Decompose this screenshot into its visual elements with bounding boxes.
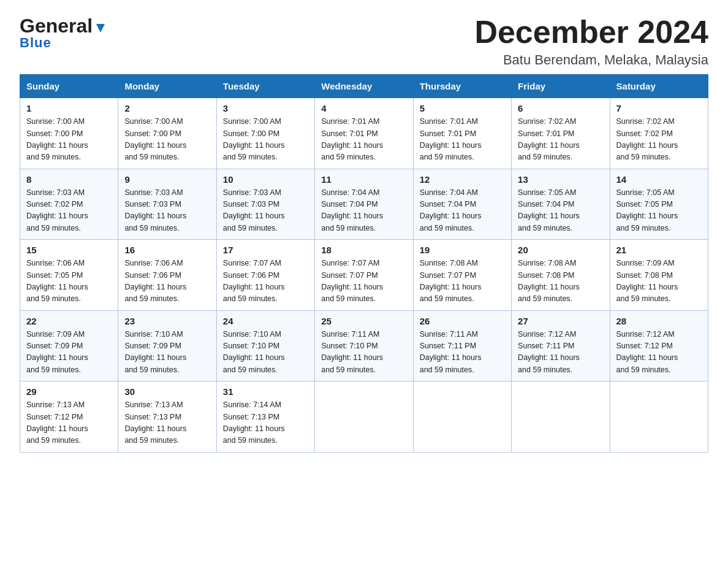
- col-header-monday: Monday: [118, 75, 216, 98]
- day-cell: 14Sunrise: 7:05 AMSunset: 7:05 PMDayligh…: [610, 169, 708, 240]
- day-cell: 10Sunrise: 7:03 AMSunset: 7:03 PMDayligh…: [216, 169, 314, 240]
- day-number: 12: [420, 174, 506, 185]
- day-info: Sunrise: 7:13 AMSunset: 7:13 PMDaylight:…: [124, 399, 211, 447]
- day-number: 13: [518, 174, 604, 185]
- day-number: 15: [26, 245, 113, 255]
- day-number: 29: [26, 386, 113, 397]
- day-cell: 15Sunrise: 7:06 AMSunset: 7:05 PMDayligh…: [20, 240, 118, 311]
- day-number: 27: [518, 316, 604, 326]
- day-info: Sunrise: 7:09 AMSunset: 7:08 PMDaylight:…: [616, 258, 703, 305]
- col-header-wednesday: Wednesday: [315, 75, 413, 98]
- day-cell: 24Sunrise: 7:10 AMSunset: 7:10 PMDayligh…: [216, 310, 314, 381]
- day-number: 4: [321, 103, 408, 113]
- day-info: Sunrise: 7:06 AMSunset: 7:05 PMDaylight:…: [26, 258, 113, 305]
- day-cell: [315, 381, 413, 453]
- day-number: 26: [420, 316, 506, 326]
- day-info: Sunrise: 7:12 AMSunset: 7:12 PMDaylight:…: [616, 329, 703, 377]
- day-info: Sunrise: 7:00 AMSunset: 7:00 PMDaylight:…: [26, 116, 113, 164]
- week-row-2: 8Sunrise: 7:03 AMSunset: 7:02 PMDaylight…: [20, 169, 708, 240]
- day-cell: 21Sunrise: 7:09 AMSunset: 7:08 PMDayligh…: [610, 240, 708, 311]
- day-number: 28: [616, 316, 703, 326]
- day-number: 8: [26, 174, 113, 185]
- day-info: Sunrise: 7:08 AMSunset: 7:07 PMDaylight:…: [420, 258, 506, 305]
- day-info: Sunrise: 7:02 AMSunset: 7:02 PMDaylight:…: [616, 116, 703, 164]
- day-number: 22: [26, 316, 113, 326]
- day-cell: 19Sunrise: 7:08 AMSunset: 7:07 PMDayligh…: [413, 240, 511, 311]
- day-cell: 30Sunrise: 7:13 AMSunset: 7:13 PMDayligh…: [118, 381, 216, 453]
- week-row-5: 29Sunrise: 7:13 AMSunset: 7:12 PMDayligh…: [20, 381, 708, 453]
- week-row-3: 15Sunrise: 7:06 AMSunset: 7:05 PMDayligh…: [20, 240, 708, 311]
- day-info: Sunrise: 7:11 AMSunset: 7:11 PMDaylight:…: [420, 329, 506, 377]
- title-area: December 2024 Batu Berendam, Melaka, Mal…: [474, 15, 708, 68]
- day-number: 21: [616, 245, 703, 255]
- day-cell: 5Sunrise: 7:01 AMSunset: 7:01 PMDaylight…: [413, 98, 511, 169]
- day-info: Sunrise: 7:00 AMSunset: 7:00 PMDaylight:…: [124, 116, 211, 164]
- day-info: Sunrise: 7:13 AMSunset: 7:12 PMDaylight:…: [26, 399, 113, 447]
- day-info: Sunrise: 7:05 AMSunset: 7:04 PMDaylight:…: [518, 187, 604, 235]
- day-info: Sunrise: 7:02 AMSunset: 7:01 PMDaylight:…: [518, 116, 604, 164]
- day-info: Sunrise: 7:09 AMSunset: 7:09 PMDaylight:…: [26, 329, 113, 377]
- day-number: 2: [124, 103, 211, 113]
- week-row-4: 22Sunrise: 7:09 AMSunset: 7:09 PMDayligh…: [20, 310, 708, 381]
- day-number: 17: [223, 245, 309, 255]
- day-info: Sunrise: 7:03 AMSunset: 7:02 PMDaylight:…: [26, 187, 113, 235]
- day-cell: 28Sunrise: 7:12 AMSunset: 7:12 PMDayligh…: [610, 310, 708, 381]
- day-info: Sunrise: 7:06 AMSunset: 7:06 PMDaylight:…: [124, 258, 211, 305]
- day-cell: 8Sunrise: 7:03 AMSunset: 7:02 PMDaylight…: [20, 169, 118, 240]
- day-number: 11: [321, 174, 408, 185]
- day-info: Sunrise: 7:01 AMSunset: 7:01 PMDaylight:…: [321, 116, 408, 164]
- calendar-table: SundayMondayTuesdayWednesdayThursdayFrid…: [20, 74, 708, 453]
- month-title: December 2024: [474, 15, 708, 50]
- day-cell: 16Sunrise: 7:06 AMSunset: 7:06 PMDayligh…: [118, 240, 216, 311]
- day-cell: 1Sunrise: 7:00 AMSunset: 7:00 PMDaylight…: [20, 98, 118, 169]
- day-cell: 17Sunrise: 7:07 AMSunset: 7:06 PMDayligh…: [216, 240, 314, 311]
- page-header: General Blue December 2024 Batu Berendam…: [20, 15, 708, 68]
- day-number: 5: [420, 103, 506, 113]
- day-number: 20: [518, 245, 604, 255]
- day-number: 18: [321, 245, 408, 255]
- day-cell: [512, 381, 610, 453]
- logo-general-text: General: [20, 15, 93, 37]
- day-number: 30: [124, 386, 211, 397]
- day-cell: 27Sunrise: 7:12 AMSunset: 7:11 PMDayligh…: [512, 310, 610, 381]
- day-cell: [610, 381, 708, 453]
- location-title: Batu Berendam, Melaka, Malaysia: [474, 52, 708, 68]
- day-info: Sunrise: 7:01 AMSunset: 7:01 PMDaylight:…: [420, 116, 506, 164]
- day-cell: 22Sunrise: 7:09 AMSunset: 7:09 PMDayligh…: [20, 310, 118, 381]
- day-info: Sunrise: 7:03 AMSunset: 7:03 PMDaylight:…: [223, 187, 309, 235]
- day-number: 3: [223, 103, 309, 113]
- day-number: 7: [616, 103, 703, 113]
- day-number: 9: [124, 174, 211, 185]
- day-info: Sunrise: 7:05 AMSunset: 7:05 PMDaylight:…: [616, 187, 703, 235]
- day-cell: 12Sunrise: 7:04 AMSunset: 7:04 PMDayligh…: [413, 169, 511, 240]
- col-header-thursday: Thursday: [413, 75, 511, 98]
- day-info: Sunrise: 7:12 AMSunset: 7:11 PMDaylight:…: [518, 329, 604, 377]
- day-cell: 18Sunrise: 7:07 AMSunset: 7:07 PMDayligh…: [315, 240, 413, 311]
- day-cell: 29Sunrise: 7:13 AMSunset: 7:12 PMDayligh…: [20, 381, 118, 453]
- day-info: Sunrise: 7:03 AMSunset: 7:03 PMDaylight:…: [124, 187, 211, 235]
- day-cell: 25Sunrise: 7:11 AMSunset: 7:10 PMDayligh…: [315, 310, 413, 381]
- day-number: 10: [223, 174, 309, 185]
- day-info: Sunrise: 7:04 AMSunset: 7:04 PMDaylight:…: [420, 187, 506, 235]
- day-cell: 31Sunrise: 7:14 AMSunset: 7:13 PMDayligh…: [216, 381, 314, 453]
- day-cell: [413, 381, 511, 453]
- day-number: 24: [223, 316, 309, 326]
- day-number: 14: [616, 174, 703, 185]
- day-number: 23: [124, 316, 211, 326]
- day-number: 16: [124, 245, 211, 255]
- day-info: Sunrise: 7:00 AMSunset: 7:00 PMDaylight:…: [223, 116, 309, 164]
- day-header-row: SundayMondayTuesdayWednesdayThursdayFrid…: [20, 75, 708, 98]
- day-cell: 11Sunrise: 7:04 AMSunset: 7:04 PMDayligh…: [315, 169, 413, 240]
- day-info: Sunrise: 7:10 AMSunset: 7:10 PMDaylight:…: [223, 329, 309, 377]
- day-cell: 9Sunrise: 7:03 AMSunset: 7:03 PMDaylight…: [118, 169, 216, 240]
- day-number: 6: [518, 103, 604, 113]
- col-header-tuesday: Tuesday: [216, 75, 314, 98]
- day-info: Sunrise: 7:07 AMSunset: 7:06 PMDaylight:…: [223, 258, 309, 305]
- day-number: 19: [420, 245, 506, 255]
- day-cell: 3Sunrise: 7:00 AMSunset: 7:00 PMDaylight…: [216, 98, 314, 169]
- day-info: Sunrise: 7:10 AMSunset: 7:09 PMDaylight:…: [124, 329, 211, 377]
- logo-arrow-icon: [94, 21, 107, 35]
- day-cell: 20Sunrise: 7:08 AMSunset: 7:08 PMDayligh…: [512, 240, 610, 311]
- day-info: Sunrise: 7:08 AMSunset: 7:08 PMDaylight:…: [518, 258, 604, 305]
- day-cell: 7Sunrise: 7:02 AMSunset: 7:02 PMDaylight…: [610, 98, 708, 169]
